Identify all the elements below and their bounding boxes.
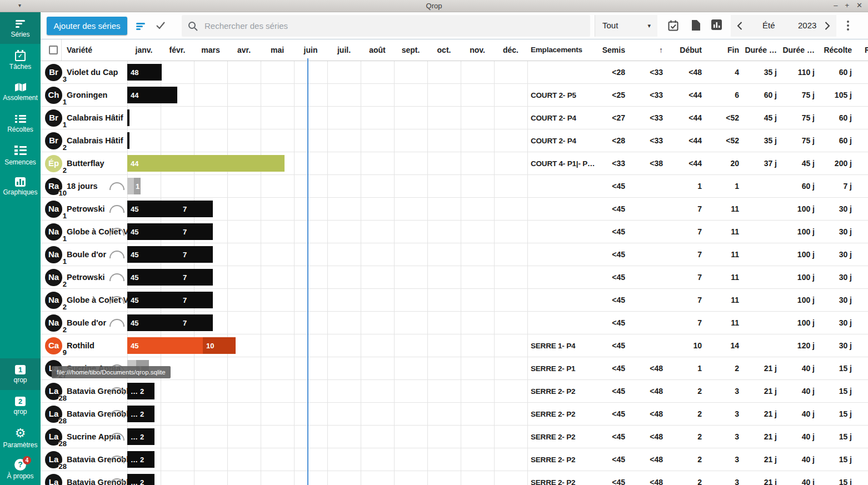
kebab-menu-icon[interactable] bbox=[846, 19, 850, 32]
sidebar-item-recoltes[interactable]: Récoltes bbox=[0, 107, 41, 139]
gantt-bar[interactable]: 10 bbox=[203, 337, 236, 354]
search-field[interactable] bbox=[182, 15, 590, 37]
column-header-semis[interactable]: Semis bbox=[563, 39, 625, 61]
gantt-bar[interactable]: 48 bbox=[127, 64, 162, 81]
filter-dropdown-value: Tout bbox=[602, 21, 618, 30]
gantt-bar[interactable]: 45 bbox=[127, 337, 203, 354]
sidebar-label: Graphiques bbox=[3, 189, 37, 196]
sidebar-item-series[interactable]: Séries bbox=[0, 12, 41, 44]
column-header-month[interactable]: sept. bbox=[394, 39, 427, 61]
column-header-month[interactable]: nov. bbox=[461, 39, 494, 61]
table-row[interactable]: Br 2 Calabrais Hâtif COURT 2- P4 <28 <33… bbox=[41, 129, 868, 152]
gantt-bar[interactable]: 457 bbox=[127, 246, 213, 263]
gantt-bar[interactable]: 457 bbox=[127, 314, 213, 331]
crop-avatar: Na 1 bbox=[45, 201, 62, 218]
gantt-bar[interactable]: 457 bbox=[127, 269, 213, 286]
calendar-check-icon[interactable] bbox=[667, 19, 679, 32]
bar-week-label: … bbox=[131, 410, 138, 418]
gantt-bar[interactable]: 44 bbox=[127, 87, 177, 103]
filter-dropdown[interactable]: Tout ▾ bbox=[595, 15, 657, 37]
add-series-button[interactable]: Ajouter des séries bbox=[47, 17, 127, 35]
column-header-month[interactable]: août bbox=[361, 39, 394, 61]
sidebar-item-database-2[interactable]: 2 qrop bbox=[0, 390, 41, 422]
search-input[interactable] bbox=[204, 21, 538, 31]
bar-week-label: … bbox=[131, 433, 138, 441]
column-header-month[interactable]: mars bbox=[194, 39, 227, 61]
cell-duree-1: 21 j bbox=[739, 471, 777, 485]
cell-duree-2: 75 j bbox=[777, 129, 815, 152]
gantt-bar[interactable]: …2 bbox=[127, 428, 154, 445]
gantt-bar[interactable]: …2 bbox=[127, 451, 154, 468]
cell-recolte: 15 j bbox=[815, 426, 852, 448]
table-row[interactable]: Ch 1 Groningen 44 COURT 2- P5 <25 <33 <4… bbox=[41, 84, 868, 107]
column-header-month[interactable]: mai bbox=[261, 39, 294, 61]
column-header-variete[interactable]: Variété bbox=[67, 39, 92, 61]
table-row[interactable]: Na 2 Boule d'or 457 <45 7 11 100 j 30 j bbox=[41, 312, 868, 334]
chevron-right-icon[interactable] bbox=[824, 21, 831, 31]
column-header-duree-1[interactable]: Durée … bbox=[739, 39, 777, 61]
gantt-bar[interactable]: 457 bbox=[127, 201, 213, 217]
year-label[interactable]: 2023 bbox=[798, 21, 816, 30]
gantt-bar[interactable]: 1 bbox=[134, 178, 141, 194]
column-header-month[interactable]: févr. bbox=[161, 39, 194, 61]
table-row[interactable]: Br 3 Violet du Cap 48 <28 <33 <48 4 35 j… bbox=[41, 61, 868, 84]
gantt-bar[interactable]: 457 bbox=[127, 292, 213, 308]
sidebar-item-parametres[interactable]: ⚙ Paramètres bbox=[0, 422, 41, 453]
table-row[interactable]: La 28 Batavia Grenobl… …2 SERRE 2- P2 <4… bbox=[41, 380, 868, 403]
sidebar-item-semences[interactable]: Semences bbox=[0, 139, 41, 171]
sidebar-item-assolement[interactable]: Assolement bbox=[0, 76, 41, 107]
sidebar-item-database-1[interactable]: 1 qrop bbox=[0, 358, 41, 390]
done-check-icon[interactable] bbox=[154, 20, 167, 31]
rank-number: 28 bbox=[58, 417, 67, 425]
column-header-month[interactable]: oct. bbox=[427, 39, 461, 61]
column-header-month[interactable]: avr. bbox=[227, 39, 261, 61]
table-row[interactable]: La 28 Sucrine Appia …2 SERRE 2- P2 <45 <… bbox=[41, 426, 868, 448]
table-row[interactable]: Na 1 Boule d'or 457 <45 7 11 100 j 30 j bbox=[41, 243, 868, 266]
table-row[interactable]: Ra 10 18 jours 1 <45 1 1 60 j 7 j bbox=[41, 175, 868, 198]
cell-debut: <44 bbox=[663, 84, 702, 107]
file-icon[interactable] bbox=[691, 19, 701, 31]
gantt-bar[interactable]: 44 bbox=[127, 155, 285, 172]
gantt-bar[interactable]: 457 bbox=[127, 223, 213, 240]
column-header-month[interactable]: juil. bbox=[327, 39, 361, 61]
maximize-button[interactable]: + bbox=[845, 1, 850, 9]
sidebar-item-taches[interactable]: ✓ Tâches bbox=[0, 44, 41, 76]
table-row[interactable]: Na 2 Globe à Collet Vi… 457 <45 7 11 100… bbox=[41, 289, 868, 312]
cell-fin: 11 bbox=[702, 289, 739, 312]
chevron-left-icon[interactable] bbox=[736, 21, 743, 31]
column-header-recolte[interactable]: Récolte bbox=[815, 39, 852, 61]
sidebar-item-graphiques[interactable]: Graphiques bbox=[0, 171, 41, 202]
column-header-month[interactable]: déc. bbox=[494, 39, 527, 61]
gantt-bar[interactable]: …2 bbox=[127, 406, 154, 422]
gantt-bar[interactable] bbox=[127, 132, 129, 149]
column-header-fin[interactable]: Fin bbox=[702, 39, 739, 61]
gantt-bar[interactable] bbox=[127, 109, 129, 126]
table-row[interactable]: Ép 2 Butterflay 44 COURT 4- P1|- P… <33 … bbox=[41, 152, 868, 175]
minimize-button[interactable]: – bbox=[834, 1, 837, 9]
table-row[interactable]: Br 1 Calabrais Hâtif COURT 2- P4 <27 <33… bbox=[41, 107, 868, 129]
table-row[interactable]: La 28 Batavia Grenobl… …2 SERRE 2- P2 <4… bbox=[41, 448, 868, 471]
close-button[interactable]: ✕ bbox=[856, 1, 862, 9]
gantt-bar[interactable]: …2 bbox=[127, 383, 154, 399]
table-row[interactable]: Ca 9 Rothild 4510 SERRE 1- P4 <45 10 14 … bbox=[41, 334, 868, 357]
table-row[interactable]: Na 1 Petrowski 457 <45 7 11 100 j 30 j bbox=[41, 198, 868, 221]
bar-week-label: … bbox=[131, 456, 138, 464]
table-row[interactable]: La 28 Batavia Grenobl… …2 SERRE 2- P2 <4… bbox=[41, 403, 868, 426]
bar-week-label: 45 bbox=[131, 342, 138, 350]
gantt-bar[interactable]: …2 bbox=[127, 474, 154, 485]
column-header-month[interactable]: juin bbox=[294, 39, 327, 61]
table-row[interactable]: Na 1 Globe à Collet Vi… 457 <45 7 11 100… bbox=[41, 221, 868, 243]
column-header-debut[interactable]: Début bbox=[663, 39, 702, 61]
search-icon bbox=[188, 21, 198, 31]
bar-chart-icon[interactable] bbox=[711, 19, 722, 30]
sidebar-item-a-propos[interactable]: ?4 À propos bbox=[0, 453, 41, 485]
select-all-checkbox[interactable] bbox=[49, 46, 58, 54]
cell-planta: <48 bbox=[630, 357, 663, 380]
column-header-month[interactable]: janv. bbox=[127, 39, 161, 61]
table-row[interactable]: Na 2 Petrowski 457 <45 7 11 100 j 30 j bbox=[41, 266, 868, 289]
column-header-duree-2[interactable]: Durée … bbox=[777, 39, 815, 61]
gantt-bar[interactable] bbox=[127, 178, 134, 194]
filter-icon[interactable] bbox=[136, 22, 145, 31]
season-label[interactable]: Été bbox=[762, 21, 775, 30]
table-row[interactable]: La 28 Batavia Grenobl… …2 SERRE 2- P2 <4… bbox=[41, 471, 868, 485]
